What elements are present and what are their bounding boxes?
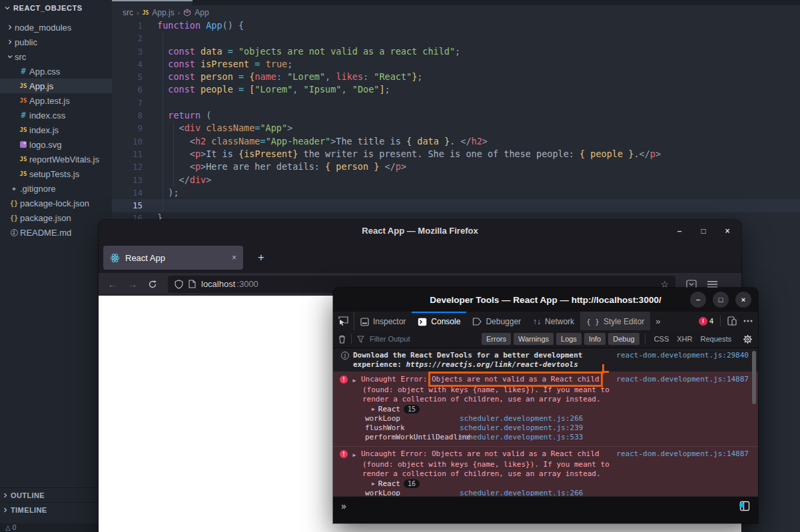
breadcrumb-src[interactable]: src bbox=[123, 8, 133, 17]
file-name: src bbox=[15, 52, 26, 62]
file-row[interactable]: {}package-lock.json bbox=[0, 196, 112, 210]
code-line[interactable]: 1function App() { bbox=[112, 19, 800, 32]
tab-console[interactable]: Console bbox=[412, 312, 466, 330]
filter-logs-button[interactable]: Logs bbox=[556, 333, 582, 345]
pick-element-icon[interactable] bbox=[333, 312, 354, 330]
split-console-icon[interactable] bbox=[739, 501, 750, 511]
tab-style-editor[interactable]: { } Style Editor bbox=[580, 312, 650, 330]
console-settings-gear-icon[interactable] bbox=[743, 334, 753, 344]
timeline-panel[interactable]: TIMELINE bbox=[0, 502, 112, 517]
forward-button[interactable]: → bbox=[123, 278, 143, 290]
new-tab-button[interactable]: + bbox=[253, 250, 269, 266]
file-row[interactable]: ◆.gitignore bbox=[0, 181, 112, 196]
devtools-titlebar[interactable]: Developer Tools — React App — http://loc… bbox=[333, 288, 758, 312]
file-row[interactable]: {}package.json bbox=[0, 210, 112, 225]
file-row[interactable]: JSreportWebVitals.js bbox=[0, 152, 112, 166]
filter-output-input[interactable]: Filter Output bbox=[370, 335, 410, 343]
active-editor-tab[interactable] bbox=[112, 0, 193, 5]
file-row[interactable]: logo.svg bbox=[0, 137, 112, 152]
source-link[interactable]: react-dom.development.js:29840 bbox=[616, 351, 749, 372]
react-stack-group[interactable]: ▶React16 bbox=[338, 479, 749, 489]
code-line[interactable]: 9 <div className="App"> bbox=[112, 122, 800, 134]
code-area[interactable]: 1function App() {23 const data = "object… bbox=[112, 19, 800, 225]
outline-panel[interactable]: OUTLINE bbox=[0, 487, 112, 502]
firefox-titlebar[interactable]: React App — Mozilla Firefox – □ × bbox=[99, 220, 741, 242]
close-button[interactable]: × bbox=[723, 226, 732, 236]
expand-group-icon[interactable]: ▶ bbox=[372, 405, 375, 414]
code-line[interactable]: 13 </div> bbox=[112, 174, 800, 186]
code-line[interactable]: 12 <p>Here are her details: { person } <… bbox=[112, 160, 800, 173]
code-line[interactable]: 3 const data = "objects are not valid as… bbox=[112, 45, 800, 58]
maximize-button[interactable]: □ bbox=[713, 292, 729, 308]
folder-row[interactable]: public bbox=[0, 35, 112, 49]
source-link[interactable]: react-dom.development.js:14887 bbox=[616, 449, 749, 460]
file-name: index.js bbox=[29, 125, 59, 135]
console-scrollbar-thumb[interactable] bbox=[752, 351, 756, 404]
tab-close-icon[interactable]: × bbox=[232, 253, 236, 262]
code-line[interactable]: 2 bbox=[112, 32, 800, 45]
tab-react-app[interactable]: React App × bbox=[103, 246, 243, 270]
filter-xhr-button[interactable]: XHR bbox=[673, 333, 695, 345]
maximize-button[interactable]: □ bbox=[699, 226, 708, 236]
more-tabs-chevron[interactable]: » bbox=[650, 312, 665, 330]
breadcrumb-appjs[interactable]: App.js bbox=[152, 8, 174, 17]
close-button[interactable]: × bbox=[735, 292, 751, 308]
minimize-button[interactable]: – bbox=[690, 292, 706, 308]
folder-row[interactable]: node_modules bbox=[0, 20, 112, 35]
code-line[interactable]: 11 <p>It is {isPresent} the writer is pr… bbox=[112, 148, 800, 160]
file-row[interactable]: JSsetupTests.js bbox=[0, 166, 112, 181]
filter-errors-button[interactable]: Errors bbox=[482, 333, 511, 345]
back-button[interactable]: ← bbox=[103, 278, 123, 290]
source-link[interactable]: scheduler.development.js:266 bbox=[460, 489, 583, 496]
file-row[interactable]: JSindex.js bbox=[0, 123, 112, 137]
code-line[interactable]: 8 return ( bbox=[112, 109, 800, 122]
breadcrumb-app-symbol[interactable]: App bbox=[195, 8, 208, 17]
code-line[interactable]: 7 bbox=[112, 97, 800, 109]
code-line[interactable]: 10 <h2 className="App-header">The title … bbox=[112, 135, 800, 148]
tab-style-editor-label: Style Editor bbox=[603, 317, 644, 326]
filter-debug-button[interactable]: Debug bbox=[608, 333, 639, 345]
group-label: React bbox=[378, 479, 400, 489]
tab-network[interactable]: ↑↓ Network bbox=[527, 312, 580, 330]
expand-error-icon[interactable]: ▶ bbox=[348, 375, 361, 386]
filter-info-button[interactable]: Info bbox=[584, 333, 605, 345]
code-line[interactable]: 14 ); bbox=[112, 186, 800, 199]
devtools-download-link[interactable]: https://reactjs.org/link/react-devtools bbox=[406, 360, 578, 369]
file-row[interactable]: JSApp.js bbox=[0, 79, 112, 93]
tab-debugger[interactable]: Debugger bbox=[466, 312, 527, 330]
code-line[interactable]: 15 bbox=[112, 199, 800, 212]
error-count-badge[interactable]: ! 4 bbox=[699, 317, 713, 326]
menu-hamburger-icon[interactable] bbox=[707, 280, 717, 288]
devtools-menu-icon[interactable] bbox=[743, 320, 753, 322]
responsive-design-icon[interactable] bbox=[727, 316, 737, 326]
filter-requests-button[interactable]: Requests bbox=[697, 333, 735, 345]
source-link[interactable]: scheduler.development.js:239 bbox=[460, 423, 583, 433]
file-row[interactable]: JSApp.test.js bbox=[0, 93, 112, 108]
tab-inspector[interactable]: Inspector bbox=[354, 312, 412, 330]
page-info-icon[interactable] bbox=[189, 280, 196, 288]
clear-console-icon[interactable] bbox=[338, 335, 346, 344]
code-line[interactable]: 5 const person = {name: "Lorem", likes: … bbox=[112, 71, 800, 83]
minimize-button[interactable]: – bbox=[675, 226, 684, 236]
expand-error-icon[interactable]: ▶ bbox=[348, 449, 361, 460]
explorer-header[interactable]: REACT_OBJECTS bbox=[0, 0, 112, 16]
file-row[interactable]: #index.css bbox=[0, 108, 112, 123]
error-icon: ! bbox=[340, 450, 348, 458]
filter-warnings-button[interactable]: Warnings bbox=[514, 333, 554, 345]
file-row[interactable]: iREADME.md bbox=[0, 225, 112, 240]
source-link[interactable]: scheduler.development.js:266 bbox=[460, 414, 583, 423]
code-line[interactable]: 4 const isPresent = true; bbox=[112, 58, 800, 71]
line-number: 3 bbox=[112, 45, 143, 58]
expand-group-icon[interactable]: ▶ bbox=[372, 479, 375, 489]
console-filter-bar: Filter Output ErrorsWarningsLogsInfoDebu… bbox=[333, 330, 758, 348]
status-bar[interactable]: △ 0 bbox=[0, 523, 112, 532]
source-link[interactable]: scheduler.development.js:533 bbox=[460, 433, 583, 442]
folder-row[interactable]: src bbox=[0, 49, 112, 64]
react-stack-group[interactable]: ▶React15 bbox=[338, 404, 749, 414]
source-link[interactable]: react-dom.development.js:14887 bbox=[616, 375, 749, 386]
console-input-row[interactable]: » bbox=[333, 496, 758, 523]
file-row[interactable]: #App.css bbox=[0, 64, 112, 79]
code-line[interactable]: 6 const people = ["Lorem", "Ipsum", "Doe… bbox=[112, 83, 800, 96]
reload-button[interactable] bbox=[143, 280, 163, 289]
filter-css-button[interactable]: CSS bbox=[651, 333, 673, 345]
